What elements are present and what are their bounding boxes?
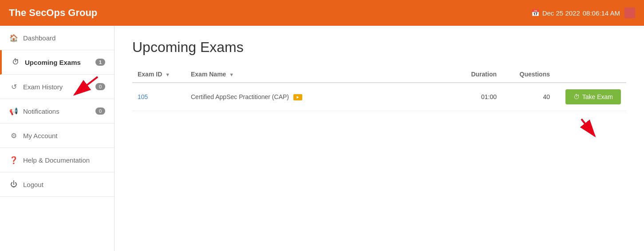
logout-icon: ⏻ (9, 179, 19, 189)
main-content: Upcoming Exams Exam ID ▼ Exam Name ▼ Dur… (115, 26, 644, 251)
sidebar-label-notifications: Notifications (23, 108, 95, 115)
avatar (624, 8, 635, 18)
app-title: The SecOps Group (9, 7, 97, 19)
exam-id-cell: 105 (132, 83, 186, 111)
video-icon (293, 94, 302, 100)
exam-name-text: Certified AppSec Practitioner (CAP) (191, 93, 289, 100)
table-header-row: Exam ID ▼ Exam Name ▼ Duration Questions (132, 66, 626, 83)
exam-history-badge: 0 (95, 83, 105, 90)
take-exam-label: Take Exam (582, 93, 613, 100)
sidebar-item-upcoming-exams[interactable]: ⏱ Upcoming Exams 1 (0, 50, 114, 75)
take-exam-button[interactable]: ⏱ Take Exam (565, 89, 621, 104)
header-datetime: 📅 Dec 25 2022 08:06:14 AM (531, 9, 620, 17)
col-header-action (555, 66, 626, 83)
sidebar-label-dashboard: Dashboard (23, 34, 105, 42)
sidebar-label-exam-history: Exam History (23, 83, 95, 91)
gear-icon: ⚙ (9, 131, 19, 140)
sidebar-item-exam-history[interactable]: ↺ Exam History 0 (0, 75, 114, 99)
sidebar-item-my-account[interactable]: ⚙ My Account (0, 124, 114, 148)
sidebar-label-logout: Logout (23, 181, 105, 188)
notifications-badge: 0 (95, 108, 105, 115)
sidebar-label-help-documentation: Help & Documentation (23, 156, 105, 164)
history-icon: ↺ (9, 82, 19, 92)
page-title: Upcoming Exams (132, 39, 626, 56)
sidebar-item-notifications[interactable]: 📢 Notifications 0 (0, 99, 114, 124)
sidebar-item-dashboard[interactable]: 🏠 Dashboard (0, 26, 114, 50)
help-icon: ❓ (9, 155, 19, 165)
clock-icon: ⏱ (11, 57, 20, 67)
sidebar-item-logout[interactable]: ⏻ Logout (0, 172, 114, 197)
calendar-icon: 📅 (531, 9, 540, 17)
home-icon: 🏠 (9, 33, 19, 43)
exam-duration-cell: 01:00 (449, 83, 502, 111)
exams-table: Exam ID ▼ Exam Name ▼ Duration Questions… (132, 66, 626, 111)
table-row: 105 Certified AppSec Practitioner (CAP) … (132, 83, 626, 111)
sidebar: 🏠 Dashboard ⏱ Upcoming Exams 1 ↺ Exam Hi… (0, 26, 115, 251)
bell-icon: 📢 (9, 106, 19, 116)
exam-id-link[interactable]: 105 (138, 93, 148, 100)
header-right: 📅 Dec 25 2022 08:06:14 AM (531, 8, 635, 18)
header-date: Dec 25 2022 (542, 9, 580, 17)
exam-questions-cell: 40 (502, 83, 555, 111)
take-exam-clock-icon: ⏱ (573, 93, 580, 100)
header-time: 08:06:14 AM (583, 9, 620, 17)
exam-name-cell: Certified AppSec Practitioner (CAP) (186, 83, 449, 111)
exam-action-cell: ⏱ Take Exam (555, 83, 626, 111)
sidebar-label-my-account: My Account (23, 132, 105, 139)
col-header-duration: Duration (449, 66, 502, 83)
col-header-exam-name[interactable]: Exam Name ▼ (186, 66, 449, 83)
sort-icon-exam-id: ▼ (165, 72, 170, 77)
sidebar-item-help-documentation[interactable]: ❓ Help & Documentation (0, 148, 114, 172)
sort-icon-exam-name: ▼ (229, 72, 234, 77)
app-header: The SecOps Group 📅 Dec 25 2022 08:06:14 … (0, 0, 644, 26)
col-header-exam-id[interactable]: Exam ID ▼ (132, 66, 186, 83)
sidebar-label-upcoming-exams: Upcoming Exams (25, 59, 95, 66)
upcoming-exams-badge: 1 (95, 59, 105, 66)
col-header-questions: Questions (502, 66, 555, 83)
